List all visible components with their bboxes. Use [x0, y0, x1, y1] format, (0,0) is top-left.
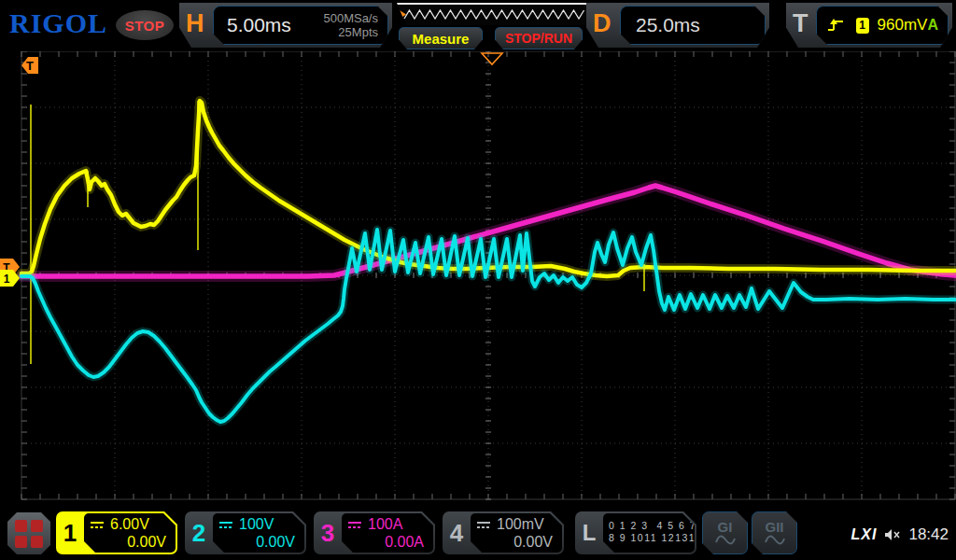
- channel-2-scale: 100V: [239, 516, 274, 533]
- logic-inner: 0 1 2 3 4 5 6 7 8 9 1011 12131415: [603, 513, 695, 553]
- generator-2-button[interactable]: GII: [752, 511, 797, 554]
- menu-grid-icon: [15, 520, 27, 532]
- channel-4-inner: 100mV 0.00V: [471, 513, 562, 553]
- speaker-muted-icon: [884, 528, 901, 541]
- oscilloscope-screen: TT1 RIGOL STOP H 5.00ms 500MSa/s 25Mpts …: [0, 0, 956, 560]
- waveform-preview-icon: [397, 5, 598, 25]
- channel-1-box[interactable]: 1 6.00V 0.00V: [56, 511, 177, 554]
- logic-channels-row1: 0 1 2 3 4 5 6 7: [609, 520, 687, 531]
- delay-label: D: [593, 9, 612, 38]
- trigger-slope-icon: [826, 17, 843, 34]
- channel-1-inner: 6.00V 0.00V: [84, 513, 176, 553]
- svg-text:1: 1: [4, 273, 10, 286]
- generator-2-label: GII: [765, 521, 783, 534]
- trigger-inner-panel: 1 960mV A: [816, 6, 949, 45]
- logic-analyzer-box[interactable]: L 0 1 2 3 4 5 6 7 8 9 1011 12131415: [575, 511, 696, 554]
- channel-3-box[interactable]: 3 100A 0.00A: [314, 511, 435, 554]
- delay-value: 25.0ms: [636, 14, 700, 36]
- acquisition-info: 500MSa/s 25Mpts: [323, 11, 378, 39]
- top-status-bar: RIGOL STOP H 5.00ms 500MSa/s 25Mpts Meas…: [0, 0, 956, 51]
- channel-4-offset: 0.00V: [476, 534, 555, 551]
- dc-coupling-icon: [90, 521, 105, 529]
- horizontal-reference-marker: [482, 53, 502, 64]
- channel-3-scale: 100A: [368, 516, 402, 533]
- clock: 18:42: [908, 525, 949, 544]
- channel-4-scale: 100mV: [497, 516, 544, 533]
- trigger-label: T: [793, 9, 808, 38]
- status-cluster: LXI 18:42: [851, 509, 949, 560]
- channel-4-number: 4: [443, 511, 471, 554]
- channel-2-box[interactable]: 2 100V 0.00V: [185, 511, 306, 554]
- logic-label: L: [575, 511, 603, 554]
- bottom-status-bar: 1 6.00V 0.00V 2: [0, 509, 956, 560]
- generator-1-label: GI: [718, 521, 733, 534]
- memory-depth: 25Mpts: [338, 25, 378, 39]
- measure-button[interactable]: Measure: [399, 27, 483, 49]
- delay-panel[interactable]: D 25.0ms: [586, 3, 769, 48]
- channel-1-number: 1: [56, 511, 84, 554]
- sine-wave-icon: [764, 534, 786, 545]
- trigger-level-value: 960mV: [878, 16, 928, 35]
- rigol-logo: RIGOL: [9, 7, 107, 39]
- logic-channels-row2: 8 9 1011 12131415: [609, 532, 687, 543]
- trace-ch2: [21, 230, 955, 422]
- trigger-mode: A: [927, 17, 938, 34]
- menu-button[interactable]: [7, 512, 50, 554]
- dc-coupling-icon: [476, 521, 492, 529]
- channel-1-offset: 0.00V: [90, 534, 168, 551]
- dc-coupling-icon: [347, 521, 363, 529]
- horizontal-inner-panel: 5.00ms 500MSa/s 25Mpts: [213, 6, 388, 45]
- trigger-panel[interactable]: T 1 960mV A: [786, 3, 952, 48]
- channel-1-scale: 6.00V: [110, 516, 149, 533]
- channel-3-offset: 0.00A: [347, 534, 426, 551]
- horizontal-panel[interactable]: H 5.00ms 500MSa/s 25Mpts: [179, 3, 392, 48]
- trigger-source-badge: 1: [856, 18, 869, 34]
- waveform-display: TT1: [0, 0, 956, 560]
- channel-2-inner: 100V 0.00V: [213, 513, 304, 553]
- dc-coupling-icon: [218, 521, 234, 529]
- stop-run-button[interactable]: STOP/RUN: [495, 27, 583, 49]
- channel-4-box[interactable]: 4 100mV 0.00V: [443, 511, 564, 554]
- svg-text:T: T: [26, 59, 34, 73]
- horizontal-label: H: [186, 9, 204, 38]
- channel-3-inner: 100A 0.00A: [342, 513, 433, 553]
- generator-1-button[interactable]: GI: [702, 511, 748, 554]
- sample-rate: 500MSa/s: [323, 11, 378, 25]
- lxi-logo: LXI: [851, 526, 878, 543]
- channel-3-number: 3: [314, 511, 342, 554]
- sine-wave-icon: [714, 534, 737, 545]
- channel-2-number: 2: [185, 511, 213, 554]
- waveform-preview-strip[interactable]: [397, 3, 598, 25]
- channel-2-offset: 0.00V: [218, 534, 297, 551]
- run-state-badge: STOP: [116, 10, 174, 40]
- delay-inner-panel: 25.0ms: [620, 6, 766, 45]
- timebase-value: 5.00ms: [227, 14, 291, 36]
